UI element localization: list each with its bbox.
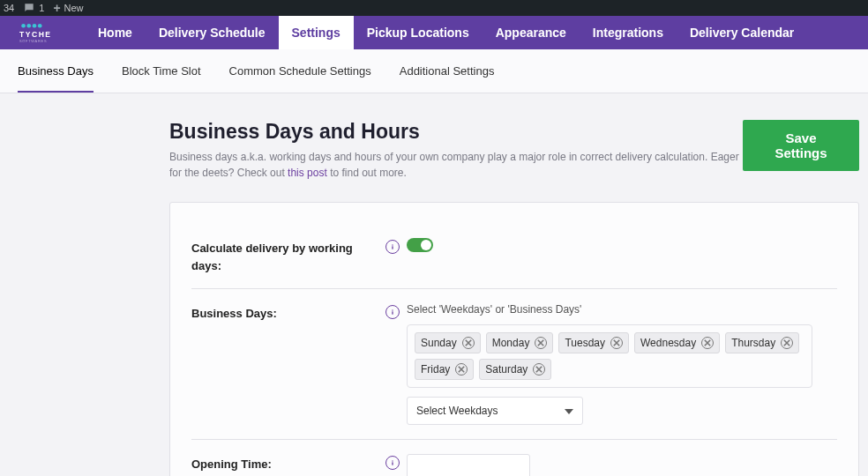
nav-delivery-calendar-label: Delivery Calendar	[690, 26, 794, 40]
nav-appearance-label: Appearance	[496, 26, 566, 40]
settings-panel: Calculate delivery by working days: Busi…	[169, 202, 859, 476]
main-nav: TYCHE SOFTWARES Home Delivery Schedule S…	[0, 16, 868, 49]
info-icon[interactable]	[385, 240, 400, 254]
chip-thursday: Thursday	[725, 332, 799, 353]
nav-settings[interactable]: Settings	[279, 16, 354, 49]
business-days-hint: Select 'Weekdays' or 'Business Days'	[407, 303, 812, 316]
svg-point-8	[392, 309, 393, 310]
svg-rect-11	[392, 462, 393, 465]
tab-common-schedule[interactable]: Common Schedule Settings	[229, 50, 371, 92]
chip-monday: Monday	[486, 332, 554, 353]
nav-appearance[interactable]: Appearance	[483, 16, 580, 49]
tab-business-days-label: Business Days	[18, 64, 94, 78]
chip-label: Friday	[421, 363, 450, 376]
tab-common-schedule-label: Common Schedule Settings	[229, 64, 371, 78]
svg-point-2	[32, 24, 36, 28]
svg-text:SOFTWARES: SOFTWARES	[19, 39, 47, 43]
opening-time-label: Opening Time:	[191, 454, 385, 473]
svg-rect-9	[392, 311, 393, 314]
adminbar-new-label: New	[64, 3, 84, 13]
chip-remove-icon[interactable]	[701, 337, 714, 349]
select-weekdays-label: Select Weekdays	[416, 405, 498, 417]
nav-delivery-schedule[interactable]: Delivery Schedule	[146, 16, 279, 49]
select-weekdays-dropdown[interactable]: Select Weekdays	[407, 397, 583, 425]
nav-settings-label: Settings	[292, 26, 340, 40]
page-title: Business Days and Hours	[169, 120, 743, 144]
chip-label: Thursday	[731, 337, 775, 349]
chip-label: Wednesday	[640, 337, 696, 349]
chip-remove-icon[interactable]	[455, 363, 468, 376]
comment-icon	[23, 2, 35, 14]
chip-label: Sunday	[421, 337, 457, 349]
tab-business-days[interactable]: Business Days	[18, 50, 94, 92]
svg-point-6	[392, 244, 393, 245]
tab-block-time-slot-label: Block Time Slot	[122, 64, 201, 78]
business-days-label: Business Days:	[191, 303, 385, 323]
desc-post: to find out more.	[327, 167, 407, 179]
nav-home-label: Home	[98, 26, 132, 40]
settings-subtabs: Business Days Block Time Slot Common Sch…	[0, 49, 868, 93]
chip-saturday: Saturday	[479, 359, 551, 380]
info-icon[interactable]	[385, 305, 400, 319]
chip-remove-icon[interactable]	[610, 337, 623, 349]
update-count: 34	[4, 3, 14, 13]
chip-remove-icon[interactable]	[781, 337, 793, 349]
comment-count: 1	[39, 3, 44, 13]
svg-point-0	[21, 24, 26, 28]
svg-point-3	[38, 24, 42, 28]
adminbar-updates[interactable]: 34	[4, 3, 14, 13]
chip-remove-icon[interactable]	[535, 337, 547, 349]
nav-items: Home Delivery Schedule Settings Pickup L…	[85, 16, 807, 49]
row-calculate-delivery: Calculate delivery by working days:	[191, 224, 837, 289]
svg-rect-7	[392, 246, 393, 249]
row-business-days: Business Days: Select 'Weekdays' or 'Bus…	[191, 289, 837, 440]
header-text: Business Days and Hours Business days a.…	[169, 120, 743, 181]
nav-pickup-locations[interactable]: Pickup Locations	[354, 16, 483, 49]
chip-remove-icon[interactable]	[462, 337, 475, 349]
chip-label: Monday	[492, 337, 530, 349]
nav-delivery-schedule-label: Delivery Schedule	[159, 26, 266, 40]
nav-pickup-locations-label: Pickup Locations	[367, 26, 469, 40]
info-icon[interactable]	[385, 456, 400, 470]
chip-label: Tuesday	[565, 337, 605, 349]
nav-integrations-label: Integrations	[593, 26, 663, 40]
chip-remove-icon[interactable]	[533, 363, 545, 376]
adminbar-comments[interactable]: 1	[23, 2, 44, 14]
nav-home[interactable]: Home	[85, 16, 146, 49]
opening-time-input[interactable]	[407, 454, 530, 476]
tab-block-time-slot[interactable]: Block Time Slot	[122, 50, 201, 92]
brand-logo[interactable]: TYCHE SOFTWARES	[0, 16, 85, 49]
page-description: Business days a.k.a. working days and ho…	[169, 149, 743, 181]
tyche-logo-icon: TYCHE SOFTWARES	[10, 20, 76, 45]
svg-text:TYCHE: TYCHE	[19, 30, 52, 39]
wp-admin-bar: 34 1 + New	[0, 0, 868, 16]
page-header: Business Days and Hours Business days a.…	[169, 120, 868, 181]
business-days-chip-area[interactable]: Sunday Monday Tuesday Wednesday	[407, 324, 812, 388]
chip-sunday: Sunday	[415, 332, 481, 353]
calc-delivery-label: Calculate delivery by working days:	[191, 238, 385, 274]
tab-additional-settings[interactable]: Additional Settings	[400, 50, 495, 92]
nav-integrations[interactable]: Integrations	[580, 16, 677, 49]
row-opening-time: Opening Time:	[191, 440, 837, 476]
tab-additional-settings-label: Additional Settings	[400, 64, 495, 78]
nav-delivery-calendar[interactable]: Delivery Calendar	[677, 16, 807, 49]
chevron-down-icon	[565, 405, 573, 417]
chip-tuesday: Tuesday	[558, 332, 629, 353]
svg-point-10	[392, 460, 393, 461]
svg-point-1	[26, 24, 31, 28]
desc-pre: Business days a.k.a. working days and ho…	[169, 151, 739, 179]
plus-icon: +	[53, 1, 60, 15]
calc-delivery-toggle[interactable]	[407, 238, 433, 252]
save-settings-button[interactable]: Save Settings	[743, 120, 859, 171]
chip-label: Saturday	[485, 363, 528, 376]
chip-friday: Friday	[415, 359, 474, 380]
chip-wednesday: Wednesday	[634, 332, 720, 353]
content-area: Business Days and Hours Business days a.…	[0, 93, 868, 476]
adminbar-new[interactable]: + New	[53, 1, 83, 15]
desc-link[interactable]: this post	[288, 167, 327, 179]
